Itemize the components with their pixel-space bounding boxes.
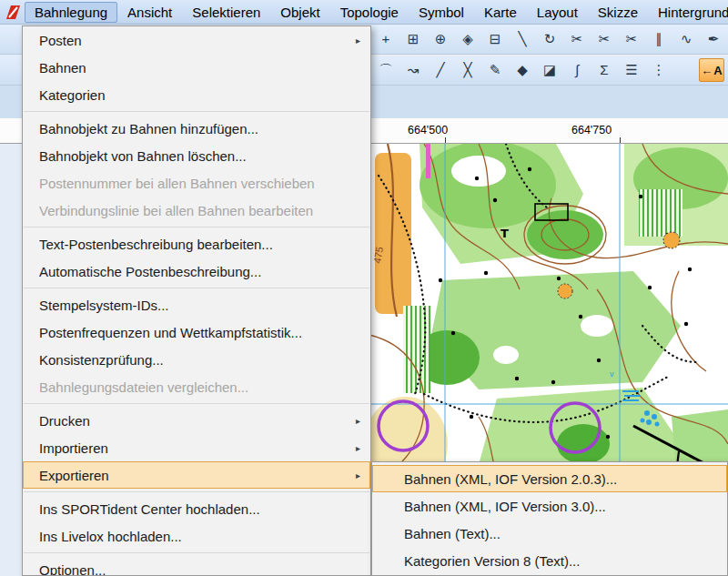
pen-icon[interactable]: ✒ bbox=[703, 29, 723, 49]
cut-angle-icon[interactable]: ✂ bbox=[594, 29, 614, 49]
menu-item-konsistenzpruefung[interactable]: Konsistenzprüfung... bbox=[23, 346, 370, 373]
submenu-arrow-icon: ▸ bbox=[356, 27, 362, 54]
fill-diamond-icon[interactable]: ◆ bbox=[512, 60, 532, 80]
menubar-item-bahnlegung[interactable]: Bahnlegung bbox=[25, 2, 117, 23]
diamond-icon[interactable]: ◈ bbox=[458, 29, 478, 49]
menu-item-sportident-hochladen[interactable]: Ins SPORTident Center hochladen... bbox=[23, 495, 370, 522]
submenu-arrow-icon: ▸ bbox=[356, 462, 362, 489]
bahnlegung-dropdown-menu: Posten ▸ Bahnen Kategorien Bahnobjekt zu… bbox=[22, 25, 371, 576]
menu-separator bbox=[24, 288, 369, 288]
menubar-item-objekt[interactable]: Objekt bbox=[270, 2, 329, 23]
svg-text:T: T bbox=[500, 227, 509, 240]
menu-item-stempelsystem-ids[interactable]: Stempelsystem-IDs... bbox=[23, 291, 370, 318]
target-icon[interactable]: ⊕ bbox=[430, 29, 450, 49]
submenu-arrow-icon: ▸ bbox=[356, 408, 362, 434]
app-window: 475 T T bbox=[0, 0, 728, 576]
add-box-icon[interactable]: ⊞ bbox=[403, 29, 423, 49]
cut-icon[interactable]: ✂ bbox=[567, 29, 587, 49]
freehand-icon[interactable]: ↝ bbox=[403, 60, 423, 80]
menu-item-kategorien[interactable]: Kategorien bbox=[23, 81, 370, 108]
menu-item-automatische-postenbeschreibung[interactable]: Automatische Postenbeschreibung... bbox=[23, 258, 370, 285]
text-tool-button[interactable]: ← A bbox=[699, 58, 724, 82]
menubar-item-karte[interactable]: Karte bbox=[474, 2, 527, 23]
rotate-icon[interactable]: ↻ bbox=[540, 29, 560, 49]
ruler-coordinate-label: 664'750 bbox=[571, 124, 612, 136]
crosshair-icon[interactable]: + bbox=[376, 29, 396, 49]
menu-item-bahnobjekt-loeschen[interactable]: Bahnobjekt von Bahnen löschen... bbox=[23, 142, 370, 169]
menu-item-importieren[interactable]: Importieren ▸ bbox=[23, 434, 370, 461]
cut-segment-icon[interactable]: ✂ bbox=[622, 29, 642, 49]
submenu-item-xml-iof-203[interactable]: Bahnen (XML, IOF Version 2.0.3)... bbox=[372, 465, 727, 492]
menu-separator bbox=[24, 227, 369, 227]
menu-item-posten[interactable]: Posten ▸ bbox=[23, 26, 370, 54]
text-tool-letter: A bbox=[713, 64, 722, 77]
submenu-item-kategorien-v8-text[interactable]: Kategorien Version 8 (Text)... bbox=[372, 547, 727, 574]
menubar-item-ansicht[interactable]: Ansicht bbox=[117, 2, 182, 23]
menu-separator bbox=[24, 491, 369, 492]
menu-item-exportieren[interactable]: Exportieren ▸ bbox=[23, 461, 370, 489]
menu-item-text-postenbeschreibung[interactable]: Text-Postenbeschreibung bearbeiten... bbox=[23, 230, 370, 258]
menu-item-bahnobjekt-hinzufuegen[interactable]: Bahnobjekt zu Bahnen hinzufügen... bbox=[23, 115, 370, 142]
menu-item-drucken[interactable]: Drucken ▸ bbox=[23, 407, 370, 434]
exportieren-submenu: Bahnen (XML, IOF Version 2.0.3)... Bahne… bbox=[371, 461, 728, 576]
svg-text:v: v bbox=[610, 369, 614, 379]
ruler-tick bbox=[620, 137, 621, 143]
layers-icon[interactable]: ☰ bbox=[622, 60, 642, 80]
menu-item-bahnen[interactable]: Bahnen bbox=[23, 54, 370, 81]
menu-separator bbox=[24, 111, 369, 112]
remove-box-icon[interactable]: ⊟ bbox=[485, 29, 505, 49]
ruler-tick bbox=[445, 137, 446, 143]
text-tool-arrow-icon: ← bbox=[701, 64, 713, 77]
s-curve-icon[interactable]: ∫ bbox=[567, 60, 587, 80]
menubar-item-skizze[interactable]: Skizze bbox=[588, 2, 648, 23]
menubar-item-symbol[interactable]: Symbol bbox=[409, 2, 474, 23]
menu-item-postenfrequenzen[interactable]: Postenfrequenzen und Wettkampfstatistik.… bbox=[23, 318, 370, 346]
submenu-arrow-icon: ▸ bbox=[356, 435, 362, 461]
menu-separator bbox=[24, 552, 369, 553]
sum-icon[interactable]: Σ bbox=[594, 60, 614, 80]
submenu-item-xml-iof-30[interactable]: Bahnen (XML, IOF Version 3.0)... bbox=[372, 492, 727, 520]
menu-bar: Bahnlegung Ansicht Selektieren Objekt To… bbox=[0, 0, 728, 25]
curve-icon[interactable]: ∿ bbox=[676, 29, 696, 49]
slash-icon[interactable]: ╱ bbox=[430, 60, 450, 80]
menubar-item-topologie[interactable]: Topologie bbox=[330, 2, 409, 23]
erase-icon[interactable]: ◪ bbox=[540, 60, 560, 80]
cross-line-icon[interactable]: ╳ bbox=[458, 60, 478, 80]
submenu-item-bahnen-text[interactable]: Bahnen (Text)... bbox=[372, 520, 727, 547]
menu-item-postennummer-verschieben: Postennummer bei allen Bahnen verschiebe… bbox=[23, 169, 370, 197]
menu-item-bahnlegungsdateien-vergleichen: Bahnlegungsdateien vergleichen... bbox=[23, 373, 370, 400]
menubar-item-layout[interactable]: Layout bbox=[527, 2, 588, 23]
arc-icon[interactable]: ⌒ bbox=[376, 60, 396, 80]
menu-item-livelox-hochladen[interactable]: Ins Livelox hochladen... bbox=[23, 522, 370, 550]
line-icon[interactable]: ╲ bbox=[512, 29, 532, 49]
menu-item-verbindungslinie-bearbeiten: Verbindungslinie bei allen Bahnen bearbe… bbox=[23, 197, 370, 224]
more-icon[interactable]: ⋮ bbox=[649, 60, 669, 80]
menubar-item-selektieren[interactable]: Selektieren bbox=[182, 2, 270, 23]
parallel-icon[interactable]: ∥ bbox=[649, 29, 669, 49]
edit-icon[interactable]: ✎ bbox=[485, 60, 505, 80]
menu-separator bbox=[24, 403, 369, 404]
menu-item-optionen[interactable]: Optionen... bbox=[23, 556, 370, 576]
ruler-coordinate-label: 664'500 bbox=[408, 124, 448, 136]
menubar-item-hintergrund[interactable]: Hintergrund bbox=[648, 2, 728, 23]
app-logo-icon bbox=[5, 4, 22, 21]
course-line-fragment bbox=[426, 144, 430, 178]
